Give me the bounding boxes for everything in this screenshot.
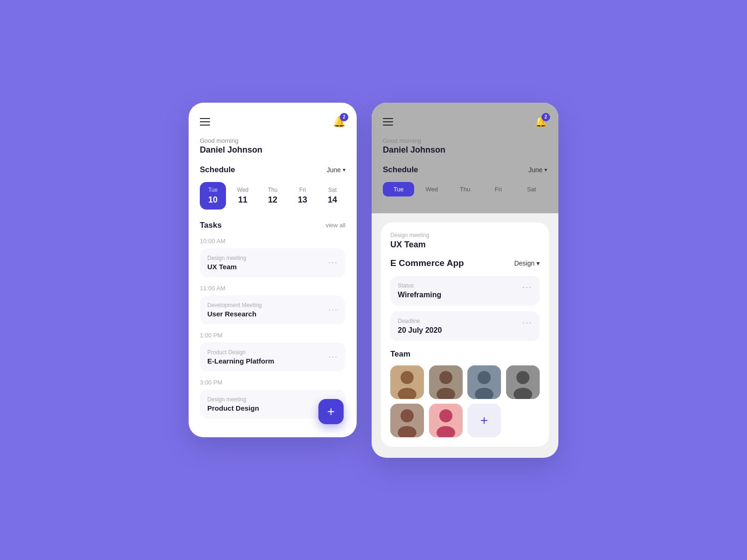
day-name-label: Sat (328, 187, 337, 193)
greeting-name-left: Daniel Johnson (200, 145, 345, 155)
right-header-inner: 🔔 2 Good morning Daniel Johnson Schedule… (383, 116, 547, 204)
right-content: Design meeting UX Team E Commerce App De… (383, 213, 547, 447)
day-tab-fri[interactable]: Fri (483, 182, 514, 196)
right-panel: 🔔 2 Good morning Daniel Johnson Schedule… (372, 103, 558, 458)
meeting-title-right: UX Team (390, 240, 540, 250)
task-card[interactable]: Development Meeting User Research ··· (200, 295, 345, 324)
status-info: Status Wireframing (398, 282, 441, 299)
project-name: E Commerce App (390, 258, 464, 268)
day-name-label: Thu (268, 187, 278, 193)
meeting-sub-right: Design meeting (390, 232, 540, 238)
time-label: 1:00 PM (200, 332, 345, 339)
day-name-label: Fri (299, 187, 306, 193)
status-menu-button[interactable]: ··· (522, 282, 532, 292)
day-num-label: 13 (298, 195, 307, 205)
task-card[interactable]: Product Design E-Learning Platform ··· (200, 343, 345, 371)
task-menu-button[interactable]: ··· (328, 352, 338, 362)
bell-badge: 2 (340, 113, 348, 121)
app-container: 🔔 2 Good morning Daniel Johnson Schedule… (189, 103, 558, 458)
category-label: Design (514, 259, 535, 267)
deadline-label: Deadline (398, 318, 442, 324)
team-avatar-5[interactable] (390, 404, 424, 437)
svg-point-7 (478, 371, 491, 384)
schedule-title-left: Schedule (200, 165, 235, 175)
tasks-title: Tasks (200, 221, 222, 230)
day-name-label: Tue (208, 187, 218, 193)
deadline-menu-button[interactable]: ··· (522, 318, 532, 328)
schedule-row-right: Schedule June ▾ (383, 165, 547, 175)
day-tab-sat[interactable]: Sat (516, 182, 547, 196)
team-title: Team (390, 350, 540, 359)
task-card[interactable]: Design meeting UX Team ··· (200, 248, 345, 277)
day-pill-fri[interactable]: Fri 13 (289, 182, 316, 210)
left-header: 🔔 2 (200, 116, 345, 128)
svg-point-1 (401, 371, 414, 384)
team-avatar-6[interactable] (429, 404, 463, 437)
day-tabs-right: TueWedThuFriSat (383, 182, 547, 196)
team-grid: + (390, 365, 540, 437)
project-category-selector[interactable]: Design ▾ (514, 259, 540, 267)
right-header-area: 🔔 2 Good morning Daniel Johnson Schedule… (372, 103, 558, 213)
team-avatar-1[interactable] (390, 365, 424, 399)
notification-bell[interactable]: 🔔 2 (333, 116, 345, 128)
day-tab-tue[interactable]: Tue (383, 182, 414, 196)
team-avatar-3[interactable] (467, 365, 501, 399)
task-info: Design meeting Product Design (207, 396, 259, 412)
day-tab-wed[interactable]: Wed (416, 182, 447, 196)
svg-point-4 (439, 371, 452, 384)
team-avatar-4[interactable] (506, 365, 540, 399)
day-pill-thu[interactable]: Thu 12 (260, 182, 286, 210)
day-num-label: 10 (208, 195, 218, 205)
day-pill-sat[interactable]: Sat 14 (319, 182, 345, 210)
time-blocks: 10:00 AM Design meeting UX Team ··· 11:0… (200, 238, 345, 419)
task-sub-label: Development Meeting (207, 302, 262, 308)
day-name-label: Wed (237, 187, 248, 193)
greeting-name-right: Daniel Johnson (383, 145, 547, 155)
task-info: Design meeting UX Team (207, 255, 246, 271)
time-block-2: 1:00 PM Product Design E-Learning Platfo… (200, 332, 345, 371)
month-selector-left[interactable]: June ▾ (327, 166, 345, 174)
task-main-label: Product Design (207, 404, 259, 412)
time-block-1: 11:00 AM Development Meeting User Resear… (200, 285, 345, 324)
svg-point-16 (439, 409, 452, 422)
time-block-0: 10:00 AM Design meeting UX Team ··· (200, 238, 345, 277)
status-value: Wireframing (398, 291, 441, 299)
month-selector-right[interactable]: June ▾ (529, 166, 547, 174)
schedule-row-left: Schedule June ▾ (200, 165, 345, 175)
task-main-label: E-Learning Platform (207, 357, 274, 365)
day-num-label: 12 (268, 195, 277, 205)
day-tab-thu[interactable]: Thu (449, 182, 480, 196)
task-sub-label: Design meeting (207, 396, 259, 403)
task-menu-button[interactable]: ··· (328, 305, 338, 315)
tasks-row: Tasks view all (200, 221, 345, 230)
add-team-member-button[interactable]: + (467, 404, 501, 437)
right-header-top: 🔔 2 (383, 116, 547, 128)
svg-point-13 (401, 409, 414, 422)
chevron-down-icon-category: ▾ (536, 259, 540, 267)
chevron-down-icon-right: ▾ (544, 167, 547, 173)
view-all-button[interactable]: view all (325, 222, 345, 229)
status-label: Status (398, 282, 441, 289)
hamburger-menu[interactable] (200, 118, 210, 126)
left-panel: 🔔 2 Good morning Daniel Johnson Schedule… (189, 103, 357, 437)
deadline-card: Deadline 20 July 2020 ··· (390, 311, 540, 341)
notification-bell-right[interactable]: 🔔 2 (535, 116, 547, 128)
hamburger-menu-right[interactable] (383, 118, 393, 126)
add-task-button[interactable]: + (318, 399, 344, 424)
svg-point-10 (516, 371, 529, 384)
project-row: E Commerce App Design ▾ (390, 258, 540, 268)
detail-card: Design meeting UX Team E Commerce App De… (381, 223, 549, 447)
task-info: Development Meeting User Research (207, 302, 262, 318)
task-menu-button[interactable]: ··· (328, 258, 338, 267)
day-pill-wed[interactable]: Wed 11 (230, 182, 256, 210)
time-label: 3:00 PM (200, 379, 345, 386)
team-avatar-2[interactable] (429, 365, 463, 399)
task-main-label: User Research (207, 310, 262, 318)
greeting-sub-left: Good morning (200, 137, 345, 144)
task-sub-label: Product Design (207, 349, 274, 356)
month-label-left: June (327, 166, 341, 174)
day-num-label: 11 (238, 195, 247, 205)
day-pill-tue[interactable]: Tue 10 (200, 182, 226, 210)
days-row-left: Tue 10 Wed 11 Thu 12 Fri 13 Sat 14 (200, 182, 345, 210)
bell-badge-right: 2 (542, 113, 550, 121)
